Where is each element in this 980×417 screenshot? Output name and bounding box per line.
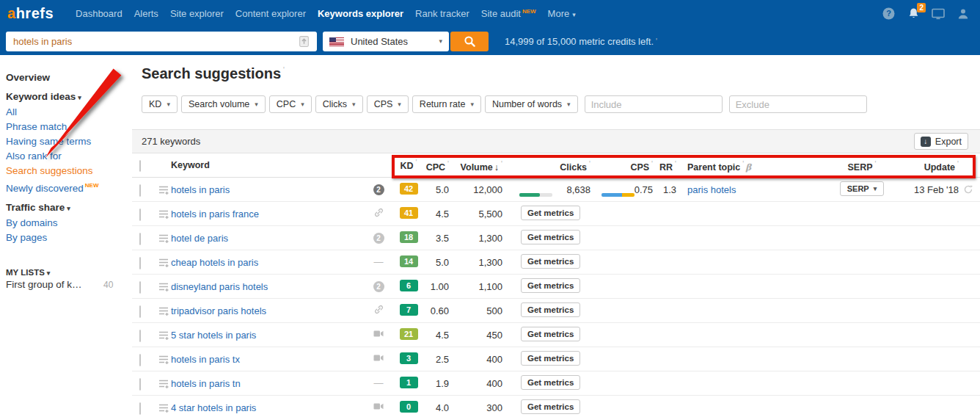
desktop-icon[interactable] — [932, 7, 945, 21]
add-to-list-icon[interactable] — [158, 233, 169, 246]
filter-cps[interactable]: CPS▾ — [367, 95, 409, 113]
sidebar-item-traffic-share[interactable]: Traffic share▾ — [6, 200, 132, 216]
serp-features-count-badge[interactable]: 2 — [373, 281, 384, 292]
nav-item-dashboard[interactable]: Dashboard — [70, 8, 128, 19]
header-cps[interactable]: CPS — [618, 160, 653, 173]
sidebar-item-also-rank-for[interactable]: Also rank for — [6, 149, 132, 164]
filter-number-of-words[interactable]: Number of words▾ — [485, 95, 578, 113]
add-to-list-icon[interactable] — [158, 330, 169, 343]
filter-search-volume[interactable]: Search volume▾ — [181, 95, 266, 113]
add-to-list-icon[interactable] — [158, 185, 169, 197]
get-metrics-button[interactable]: Get metrics — [521, 206, 580, 220]
get-metrics-button[interactable]: Get metrics — [521, 230, 580, 244]
refresh-icon[interactable] — [963, 184, 973, 197]
include-input[interactable] — [585, 95, 723, 113]
keyword-link[interactable]: hotels in paris tx — [171, 354, 240, 365]
header-keyword[interactable]: Keyword — [171, 160, 210, 170]
header-cpc[interactable]: CPC — [418, 160, 449, 173]
nav-item-keywords-explorer[interactable]: Keywords explorer — [312, 8, 409, 19]
ahrefs-logo[interactable]: ahrefs — [7, 5, 54, 22]
notifications-bell-icon[interactable]: 2 — [907, 7, 920, 21]
sidebar-item-keyword-ideas[interactable]: Keyword ideas▾ — [6, 90, 132, 105]
nav-item-rank-tracker[interactable]: Rank tracker — [409, 8, 475, 19]
get-metrics-button[interactable]: Get metrics — [521, 278, 580, 293]
sidebar-item-having-same-terms[interactable]: Having same terms — [6, 134, 132, 149]
row-checkbox[interactable] — [139, 257, 141, 269]
help-icon[interactable]: ? — [882, 7, 895, 21]
chevron-down-icon: ▾ — [255, 101, 258, 108]
nav-item-alerts[interactable]: Alerts — [128, 8, 164, 19]
add-to-list-icon[interactable] — [158, 258, 169, 270]
header-clicks[interactable]: Clicks — [532, 160, 590, 173]
sidebar-item-by-domains[interactable]: By domains — [6, 216, 132, 231]
filter-cpc[interactable]: CPC▾ — [269, 95, 312, 113]
row-checkbox[interactable] — [139, 402, 141, 415]
row-checkbox[interactable] — [139, 330, 141, 342]
select-all-checkbox[interactable] — [139, 160, 141, 172]
header-volume[interactable]: Volume↓ — [451, 160, 502, 173]
add-to-list-icon[interactable] — [158, 209, 169, 222]
header-rr[interactable]: RR — [648, 160, 676, 173]
keyword-link[interactable]: hotels in paris tn — [171, 378, 241, 389]
table-header-row: Keyword KD CPC Volume↓ Clicks CPS RR Par… — [132, 153, 980, 178]
keyword-link[interactable]: disneyland paris hotels — [171, 281, 268, 292]
keyword-link[interactable]: cheap hotels in paris — [171, 257, 258, 268]
nav-item-more[interactable]: More▾ — [542, 8, 582, 19]
serp-features-count-badge[interactable]: 2 — [373, 233, 384, 244]
get-metrics-button[interactable]: Get metrics — [521, 399, 580, 414]
country-select[interactable]: United States ▾ — [323, 32, 449, 51]
sidebar-item-overview[interactable]: Overview — [6, 70, 132, 85]
sidebar-item-first-group-of-k[interactable]: First group of k…40 — [6, 277, 132, 293]
search-button[interactable] — [450, 32, 489, 51]
nav-item-content-explorer[interactable]: Content explorer — [230, 8, 312, 19]
serp-dropdown-button[interactable]: SERP▾ — [840, 181, 885, 196]
keyword-link[interactable]: hotels in paris — [171, 184, 230, 195]
chevron-down-icon: ▾ — [470, 101, 474, 108]
add-to-list-icon[interactable] — [158, 282, 169, 294]
filter-clicks[interactable]: Clicks▾ — [315, 95, 363, 113]
keyword-search-input[interactable] — [6, 32, 317, 51]
add-to-list-icon[interactable] — [158, 403, 169, 416]
filter-kd[interactable]: KD▾ — [142, 95, 178, 113]
sidebar-item-phrase-match[interactable]: Phrase match — [6, 120, 132, 134]
row-checkbox[interactable] — [139, 233, 141, 245]
page-title: Search suggestions — [142, 65, 285, 82]
sidebar-item-newly-discovered[interactable]: Newly discoveredNEW — [6, 178, 132, 196]
get-metrics-button[interactable]: Get metrics — [521, 254, 580, 269]
nav-item-site-explorer[interactable]: Site explorer — [164, 8, 230, 19]
add-to-list-icon[interactable] — [158, 306, 169, 319]
sidebar-item-search-suggestions[interactable]: Search suggestions — [6, 164, 132, 178]
row-checkbox[interactable] — [139, 208, 141, 221]
get-metrics-button[interactable]: Get metrics — [521, 302, 580, 317]
user-profile-icon[interactable] — [957, 7, 970, 21]
header-kd[interactable]: KD — [396, 159, 421, 171]
import-keywords-icon[interactable] — [298, 35, 311, 48]
header-update[interactable]: Update — [888, 160, 959, 173]
parent-topic-link[interactable]: paris hotels — [687, 184, 736, 195]
export-button[interactable]: ↓ Export — [914, 133, 968, 150]
row-checkbox[interactable] — [139, 305, 141, 318]
get-metrics-button[interactable]: Get metrics — [521, 351, 580, 366]
keyword-link[interactable]: tripadvisor paris hotels — [171, 305, 266, 316]
keyword-link[interactable]: hotels in paris france — [171, 208, 259, 220]
nav-item-site-audit[interactable]: Site auditNEW — [475, 8, 542, 19]
row-checkbox[interactable] — [139, 378, 141, 391]
keyword-link[interactable]: hotel de paris — [171, 233, 228, 244]
sidebar-item-by-pages[interactable]: By pages — [6, 231, 132, 245]
get-metrics-button[interactable]: Get metrics — [521, 375, 580, 390]
sidebar-item-my-lists[interactable]: MY LISTS▾ — [6, 268, 132, 277]
exclude-input[interactable] — [729, 95, 867, 113]
row-checkbox[interactable] — [139, 184, 141, 197]
serp-features-count-badge[interactable]: 2 — [373, 184, 384, 195]
add-to-list-icon[interactable] — [158, 355, 169, 367]
row-checkbox[interactable] — [139, 354, 141, 366]
get-metrics-button[interactable]: Get metrics — [521, 327, 580, 341]
row-checkbox[interactable] — [139, 281, 141, 294]
keyword-link[interactable]: 5 star hotels in paris — [171, 330, 256, 341]
header-serp[interactable]: SERP — [829, 160, 895, 173]
filter-return-rate[interactable]: Return rate▾ — [412, 95, 481, 113]
header-parent-topic[interactable]: Parent topicβ — [687, 160, 751, 173]
sidebar-item-all[interactable]: All — [6, 105, 132, 120]
add-to-list-icon[interactable] — [158, 379, 169, 391]
keyword-link[interactable]: 4 star hotels in paris — [171, 402, 256, 413]
